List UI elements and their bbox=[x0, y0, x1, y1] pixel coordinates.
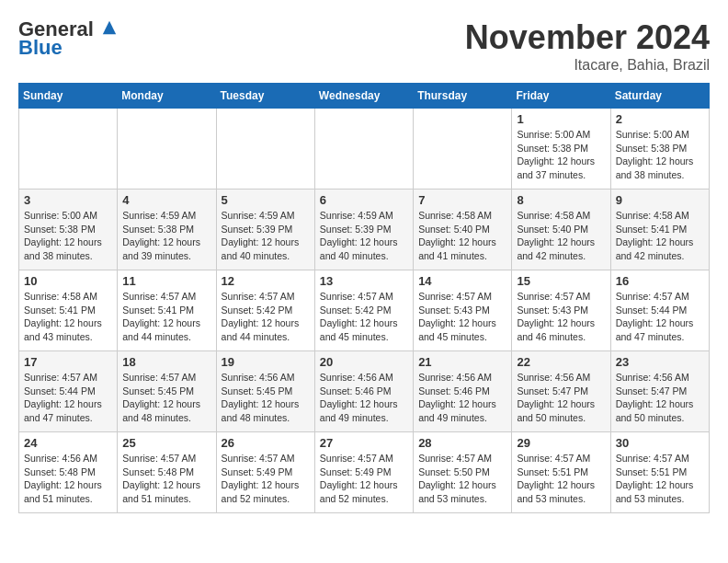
day-number: 30 bbox=[616, 436, 704, 450]
calendar-cell: 8Sunrise: 4:58 AMSunset: 5:40 PMDaylight… bbox=[512, 190, 610, 270]
day-info: Sunrise: 4:57 AMSunset: 5:43 PMDaylight:… bbox=[517, 290, 605, 344]
page-header: General Blue November 2024 Itacare, Bahi… bbox=[18, 18, 710, 74]
svg-marker-0 bbox=[103, 21, 116, 34]
day-info: Sunrise: 4:57 AMSunset: 5:41 PMDaylight:… bbox=[122, 290, 210, 344]
calendar-cell bbox=[216, 109, 314, 190]
day-number: 12 bbox=[222, 274, 310, 288]
weekday-header-friday: Friday bbox=[512, 84, 610, 109]
day-info: Sunrise: 4:57 AMSunset: 5:44 PMDaylight:… bbox=[616, 290, 704, 344]
weekday-header-monday: Monday bbox=[118, 84, 216, 109]
day-number: 19 bbox=[222, 355, 310, 369]
calendar-cell: 21Sunrise: 4:56 AMSunset: 5:46 PMDayligh… bbox=[414, 351, 512, 432]
calendar-week-row: 10Sunrise: 4:58 AMSunset: 5:41 PMDayligh… bbox=[19, 270, 710, 351]
day-info: Sunrise: 4:56 AMSunset: 5:46 PMDaylight:… bbox=[418, 371, 506, 425]
day-number: 4 bbox=[122, 193, 210, 207]
day-info: Sunrise: 4:56 AMSunset: 5:47 PMDaylight:… bbox=[616, 371, 704, 425]
day-info: Sunrise: 4:57 AMSunset: 5:51 PMDaylight:… bbox=[517, 452, 605, 506]
day-number: 3 bbox=[24, 193, 112, 207]
day-info: Sunrise: 4:57 AMSunset: 5:49 PMDaylight:… bbox=[320, 452, 408, 506]
calendar-cell: 2Sunrise: 5:00 AMSunset: 5:38 PMDaylight… bbox=[610, 109, 709, 190]
calendar-cell bbox=[118, 109, 216, 190]
day-info: Sunrise: 4:56 AMSunset: 5:48 PMDaylight:… bbox=[24, 452, 112, 506]
day-info: Sunrise: 5:00 AMSunset: 5:38 PMDaylight:… bbox=[616, 128, 704, 182]
day-info: Sunrise: 4:57 AMSunset: 5:48 PMDaylight:… bbox=[122, 452, 210, 506]
logo-triangle-icon bbox=[101, 19, 118, 36]
calendar-cell: 28Sunrise: 4:57 AMSunset: 5:50 PMDayligh… bbox=[414, 432, 512, 513]
day-info: Sunrise: 4:57 AMSunset: 5:44 PMDaylight:… bbox=[24, 371, 112, 425]
calendar-week-row: 24Sunrise: 4:56 AMSunset: 5:48 PMDayligh… bbox=[19, 432, 710, 513]
day-info: Sunrise: 4:57 AMSunset: 5:49 PMDaylight:… bbox=[222, 452, 310, 506]
calendar-cell: 19Sunrise: 4:56 AMSunset: 5:45 PMDayligh… bbox=[216, 351, 314, 432]
calendar-cell: 15Sunrise: 4:57 AMSunset: 5:43 PMDayligh… bbox=[512, 270, 610, 351]
day-number: 6 bbox=[320, 193, 408, 207]
day-info: Sunrise: 4:57 AMSunset: 5:45 PMDaylight:… bbox=[122, 371, 210, 425]
day-number: 8 bbox=[517, 193, 605, 207]
day-number: 13 bbox=[320, 274, 408, 288]
day-info: Sunrise: 4:58 AMSunset: 5:40 PMDaylight:… bbox=[517, 209, 605, 263]
calendar-cell bbox=[19, 109, 118, 190]
calendar-cell: 3Sunrise: 5:00 AMSunset: 5:38 PMDaylight… bbox=[19, 190, 118, 270]
day-number: 25 bbox=[122, 436, 210, 450]
calendar-table: SundayMondayTuesdayWednesdayThursdayFrid… bbox=[18, 83, 710, 513]
day-number: 7 bbox=[418, 193, 506, 207]
day-number: 1 bbox=[517, 112, 605, 126]
day-number: 11 bbox=[122, 274, 210, 288]
calendar-week-row: 1Sunrise: 5:00 AMSunset: 5:38 PMDaylight… bbox=[19, 109, 710, 190]
calendar-cell: 22Sunrise: 4:56 AMSunset: 5:47 PMDayligh… bbox=[512, 351, 610, 432]
day-number: 5 bbox=[222, 193, 310, 207]
day-info: Sunrise: 4:59 AMSunset: 5:39 PMDaylight:… bbox=[222, 209, 310, 263]
day-number: 9 bbox=[616, 193, 704, 207]
calendar-cell: 25Sunrise: 4:57 AMSunset: 5:48 PMDayligh… bbox=[118, 432, 216, 513]
day-info: Sunrise: 4:58 AMSunset: 5:41 PMDaylight:… bbox=[24, 290, 112, 344]
calendar-cell: 9Sunrise: 4:58 AMSunset: 5:41 PMDaylight… bbox=[610, 190, 709, 270]
day-info: Sunrise: 4:56 AMSunset: 5:45 PMDaylight:… bbox=[222, 371, 310, 425]
day-info: Sunrise: 4:57 AMSunset: 5:51 PMDaylight:… bbox=[616, 452, 704, 506]
day-info: Sunrise: 4:59 AMSunset: 5:39 PMDaylight:… bbox=[320, 209, 408, 263]
calendar-cell: 26Sunrise: 4:57 AMSunset: 5:49 PMDayligh… bbox=[216, 432, 314, 513]
weekday-header-row: SundayMondayTuesdayWednesdayThursdayFrid… bbox=[19, 84, 710, 109]
day-number: 29 bbox=[517, 436, 605, 450]
title-block: November 2024 Itacare, Bahia, Brazil bbox=[465, 18, 710, 74]
calendar-cell: 16Sunrise: 4:57 AMSunset: 5:44 PMDayligh… bbox=[610, 270, 709, 351]
calendar-cell: 23Sunrise: 4:56 AMSunset: 5:47 PMDayligh… bbox=[610, 351, 709, 432]
day-number: 16 bbox=[616, 274, 704, 288]
day-number: 26 bbox=[222, 436, 310, 450]
calendar-cell: 17Sunrise: 4:57 AMSunset: 5:44 PMDayligh… bbox=[19, 351, 118, 432]
day-info: Sunrise: 5:00 AMSunset: 5:38 PMDaylight:… bbox=[517, 128, 605, 182]
logo-blue: Blue bbox=[18, 36, 63, 59]
calendar-cell: 4Sunrise: 4:59 AMSunset: 5:38 PMDaylight… bbox=[118, 190, 216, 270]
calendar-cell bbox=[314, 109, 413, 190]
calendar-cell: 27Sunrise: 4:57 AMSunset: 5:49 PMDayligh… bbox=[314, 432, 413, 513]
month-title: November 2024 bbox=[465, 18, 710, 57]
day-number: 18 bbox=[122, 355, 210, 369]
day-info: Sunrise: 4:57 AMSunset: 5:50 PMDaylight:… bbox=[418, 452, 506, 506]
day-number: 24 bbox=[24, 436, 112, 450]
calendar-cell: 29Sunrise: 4:57 AMSunset: 5:51 PMDayligh… bbox=[512, 432, 610, 513]
day-number: 15 bbox=[517, 274, 605, 288]
weekday-header-sunday: Sunday bbox=[19, 84, 118, 109]
calendar-cell: 5Sunrise: 4:59 AMSunset: 5:39 PMDaylight… bbox=[216, 190, 314, 270]
day-number: 28 bbox=[418, 436, 506, 450]
day-info: Sunrise: 4:57 AMSunset: 5:42 PMDaylight:… bbox=[320, 290, 408, 344]
day-number: 27 bbox=[320, 436, 408, 450]
calendar-cell: 14Sunrise: 4:57 AMSunset: 5:43 PMDayligh… bbox=[414, 270, 512, 351]
calendar-cell: 12Sunrise: 4:57 AMSunset: 5:42 PMDayligh… bbox=[216, 270, 314, 351]
day-number: 20 bbox=[320, 355, 408, 369]
day-info: Sunrise: 4:59 AMSunset: 5:38 PMDaylight:… bbox=[122, 209, 210, 263]
weekday-header-tuesday: Tuesday bbox=[216, 84, 314, 109]
day-info: Sunrise: 4:56 AMSunset: 5:46 PMDaylight:… bbox=[320, 371, 408, 425]
calendar-cell bbox=[414, 109, 512, 190]
calendar-week-row: 17Sunrise: 4:57 AMSunset: 5:44 PMDayligh… bbox=[19, 351, 710, 432]
calendar-cell: 20Sunrise: 4:56 AMSunset: 5:46 PMDayligh… bbox=[314, 351, 413, 432]
calendar-cell: 24Sunrise: 4:56 AMSunset: 5:48 PMDayligh… bbox=[19, 432, 118, 513]
day-info: Sunrise: 4:56 AMSunset: 5:47 PMDaylight:… bbox=[517, 371, 605, 425]
calendar-cell: 10Sunrise: 4:58 AMSunset: 5:41 PMDayligh… bbox=[19, 270, 118, 351]
day-number: 2 bbox=[616, 112, 704, 126]
day-info: Sunrise: 4:58 AMSunset: 5:41 PMDaylight:… bbox=[616, 209, 704, 263]
weekday-header-wednesday: Wednesday bbox=[314, 84, 413, 109]
day-info: Sunrise: 4:57 AMSunset: 5:42 PMDaylight:… bbox=[222, 290, 310, 344]
day-info: Sunrise: 5:00 AMSunset: 5:38 PMDaylight:… bbox=[24, 209, 112, 263]
calendar-cell: 11Sunrise: 4:57 AMSunset: 5:41 PMDayligh… bbox=[118, 270, 216, 351]
day-number: 17 bbox=[24, 355, 112, 369]
calendar-cell: 18Sunrise: 4:57 AMSunset: 5:45 PMDayligh… bbox=[118, 351, 216, 432]
